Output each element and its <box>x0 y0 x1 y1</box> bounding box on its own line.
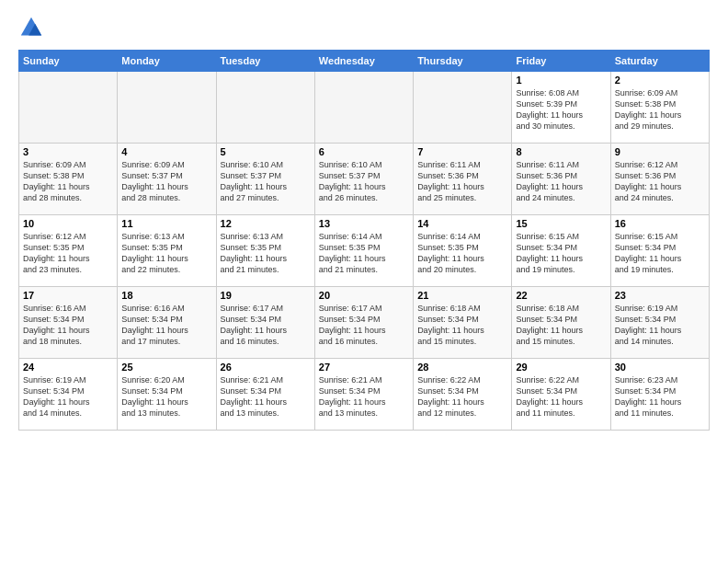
day-number: 24 <box>23 362 113 373</box>
calendar-cell: 23Sunrise: 6:19 AM Sunset: 5:34 PM Dayli… <box>610 287 709 359</box>
day-number: 25 <box>121 362 211 373</box>
day-info: Sunrise: 6:10 AM Sunset: 5:37 PM Dayligh… <box>221 159 311 204</box>
calendar-cell: 19Sunrise: 6:17 AM Sunset: 5:34 PM Dayli… <box>216 287 314 359</box>
calendar-week-1: 1Sunrise: 6:08 AM Sunset: 5:39 PM Daylig… <box>19 72 710 144</box>
calendar-cell: 12Sunrise: 6:13 AM Sunset: 5:35 PM Dayli… <box>216 215 314 287</box>
day-info: Sunrise: 6:14 AM Sunset: 5:35 PM Dayligh… <box>319 231 409 276</box>
day-info: Sunrise: 6:10 AM Sunset: 5:37 PM Dayligh… <box>319 159 409 204</box>
day-info: Sunrise: 6:16 AM Sunset: 5:34 PM Dayligh… <box>23 303 113 348</box>
day-number: 19 <box>221 290 311 301</box>
day-info: Sunrise: 6:18 AM Sunset: 5:34 PM Dayligh… <box>417 303 507 348</box>
day-info: Sunrise: 6:12 AM Sunset: 5:35 PM Dayligh… <box>23 231 113 276</box>
day-number: 6 <box>319 146 409 157</box>
day-header-thursday: Thursday <box>414 51 512 72</box>
days-header-row: SundayMondayTuesdayWednesdayThursdayFrid… <box>19 51 710 72</box>
day-header-monday: Monday <box>118 51 216 72</box>
page: SundayMondayTuesdayWednesdayThursdayFrid… <box>0 0 728 563</box>
calendar-cell: 22Sunrise: 6:18 AM Sunset: 5:34 PM Dayli… <box>512 287 610 359</box>
day-number: 10 <box>23 218 113 229</box>
calendar-cell: 17Sunrise: 6:16 AM Sunset: 5:34 PM Dayli… <box>19 287 118 359</box>
day-number: 13 <box>319 218 409 229</box>
day-info: Sunrise: 6:09 AM Sunset: 5:37 PM Dayligh… <box>121 159 211 204</box>
calendar-week-5: 24Sunrise: 6:19 AM Sunset: 5:34 PM Dayli… <box>19 359 710 431</box>
calendar-body: 1Sunrise: 6:08 AM Sunset: 5:39 PM Daylig… <box>19 72 710 431</box>
day-info: Sunrise: 6:11 AM Sunset: 5:36 PM Dayligh… <box>516 159 606 204</box>
calendar-cell: 14Sunrise: 6:14 AM Sunset: 5:35 PM Dayli… <box>414 215 512 287</box>
day-info: Sunrise: 6:17 AM Sunset: 5:34 PM Dayligh… <box>221 303 311 348</box>
day-number: 9 <box>615 146 705 157</box>
calendar-cell: 11Sunrise: 6:13 AM Sunset: 5:35 PM Dayli… <box>118 215 216 287</box>
day-info: Sunrise: 6:09 AM Sunset: 5:38 PM Dayligh… <box>23 159 113 204</box>
day-info: Sunrise: 6:15 AM Sunset: 5:34 PM Dayligh… <box>615 231 705 276</box>
day-info: Sunrise: 6:17 AM Sunset: 5:34 PM Dayligh… <box>319 303 409 348</box>
day-info: Sunrise: 6:16 AM Sunset: 5:34 PM Dayligh… <box>121 303 211 348</box>
day-info: Sunrise: 6:19 AM Sunset: 5:34 PM Dayligh… <box>23 374 113 419</box>
calendar-cell: 27Sunrise: 6:21 AM Sunset: 5:34 PM Dayli… <box>314 359 413 431</box>
day-info: Sunrise: 6:19 AM Sunset: 5:34 PM Dayligh… <box>615 303 705 348</box>
day-number: 3 <box>23 146 113 157</box>
calendar-cell: 25Sunrise: 6:20 AM Sunset: 5:34 PM Dayli… <box>118 359 216 431</box>
day-number: 29 <box>516 362 606 373</box>
calendar-cell: 28Sunrise: 6:22 AM Sunset: 5:34 PM Dayli… <box>414 359 512 431</box>
day-info: Sunrise: 6:08 AM Sunset: 5:39 PM Dayligh… <box>516 87 606 132</box>
calendar-cell: 16Sunrise: 6:15 AM Sunset: 5:34 PM Dayli… <box>610 215 709 287</box>
header <box>18 15 710 40</box>
calendar-week-2: 3Sunrise: 6:09 AM Sunset: 5:38 PM Daylig… <box>19 144 710 215</box>
calendar-cell <box>314 72 413 144</box>
calendar-cell: 4Sunrise: 6:09 AM Sunset: 5:37 PM Daylig… <box>118 144 216 215</box>
day-number: 21 <box>417 290 507 301</box>
day-number: 8 <box>516 146 606 157</box>
day-info: Sunrise: 6:21 AM Sunset: 5:34 PM Dayligh… <box>319 374 409 419</box>
day-info: Sunrise: 6:11 AM Sunset: 5:36 PM Dayligh… <box>417 159 507 204</box>
calendar-cell: 18Sunrise: 6:16 AM Sunset: 5:34 PM Dayli… <box>118 287 216 359</box>
calendar: SundayMondayTuesdayWednesdayThursdayFrid… <box>18 50 710 431</box>
calendar-cell: 13Sunrise: 6:14 AM Sunset: 5:35 PM Dayli… <box>314 215 413 287</box>
calendar-cell: 5Sunrise: 6:10 AM Sunset: 5:37 PM Daylig… <box>216 144 314 215</box>
calendar-cell <box>118 72 216 144</box>
day-header-friday: Friday <box>512 51 610 72</box>
day-info: Sunrise: 6:18 AM Sunset: 5:34 PM Dayligh… <box>516 303 606 348</box>
day-info: Sunrise: 6:23 AM Sunset: 5:34 PM Dayligh… <box>615 374 705 419</box>
calendar-header: SundayMondayTuesdayWednesdayThursdayFrid… <box>19 51 710 72</box>
calendar-cell <box>414 72 512 144</box>
day-header-tuesday: Tuesday <box>216 51 314 72</box>
day-info: Sunrise: 6:22 AM Sunset: 5:34 PM Dayligh… <box>417 374 507 419</box>
day-info: Sunrise: 6:13 AM Sunset: 5:35 PM Dayligh… <box>121 231 211 276</box>
calendar-cell: 21Sunrise: 6:18 AM Sunset: 5:34 PM Dayli… <box>414 287 512 359</box>
calendar-cell: 29Sunrise: 6:22 AM Sunset: 5:34 PM Dayli… <box>512 359 610 431</box>
day-number: 5 <box>221 146 311 157</box>
day-info: Sunrise: 6:14 AM Sunset: 5:35 PM Dayligh… <box>417 231 507 276</box>
day-info: Sunrise: 6:20 AM Sunset: 5:34 PM Dayligh… <box>121 374 211 419</box>
day-number: 1 <box>516 75 606 86</box>
day-info: Sunrise: 6:22 AM Sunset: 5:34 PM Dayligh… <box>516 374 606 419</box>
day-header-sunday: Sunday <box>19 51 118 72</box>
calendar-cell: 3Sunrise: 6:09 AM Sunset: 5:38 PM Daylig… <box>19 144 118 215</box>
logo-icon <box>18 15 44 40</box>
calendar-cell: 9Sunrise: 6:12 AM Sunset: 5:36 PM Daylig… <box>610 144 709 215</box>
calendar-cell: 8Sunrise: 6:11 AM Sunset: 5:36 PM Daylig… <box>512 144 610 215</box>
day-info: Sunrise: 6:09 AM Sunset: 5:38 PM Dayligh… <box>615 87 705 132</box>
day-number: 27 <box>319 362 409 373</box>
day-info: Sunrise: 6:13 AM Sunset: 5:35 PM Dayligh… <box>221 231 311 276</box>
day-number: 16 <box>615 218 705 229</box>
day-number: 18 <box>121 290 211 301</box>
day-header-wednesday: Wednesday <box>314 51 413 72</box>
day-number: 2 <box>615 75 705 86</box>
calendar-week-3: 10Sunrise: 6:12 AM Sunset: 5:35 PM Dayli… <box>19 215 710 287</box>
day-number: 4 <box>121 146 211 157</box>
calendar-cell: 7Sunrise: 6:11 AM Sunset: 5:36 PM Daylig… <box>414 144 512 215</box>
day-number: 7 <box>417 146 507 157</box>
calendar-cell: 15Sunrise: 6:15 AM Sunset: 5:34 PM Dayli… <box>512 215 610 287</box>
day-info: Sunrise: 6:15 AM Sunset: 5:34 PM Dayligh… <box>516 231 606 276</box>
calendar-cell: 2Sunrise: 6:09 AM Sunset: 5:38 PM Daylig… <box>610 72 709 144</box>
day-number: 12 <box>221 218 311 229</box>
day-number: 30 <box>615 362 705 373</box>
day-number: 22 <box>516 290 606 301</box>
calendar-cell <box>216 72 314 144</box>
calendar-cell: 26Sunrise: 6:21 AM Sunset: 5:34 PM Dayli… <box>216 359 314 431</box>
logo <box>18 15 48 40</box>
calendar-cell: 1Sunrise: 6:08 AM Sunset: 5:39 PM Daylig… <box>512 72 610 144</box>
day-number: 15 <box>516 218 606 229</box>
day-number: 20 <box>319 290 409 301</box>
day-number: 14 <box>417 218 507 229</box>
